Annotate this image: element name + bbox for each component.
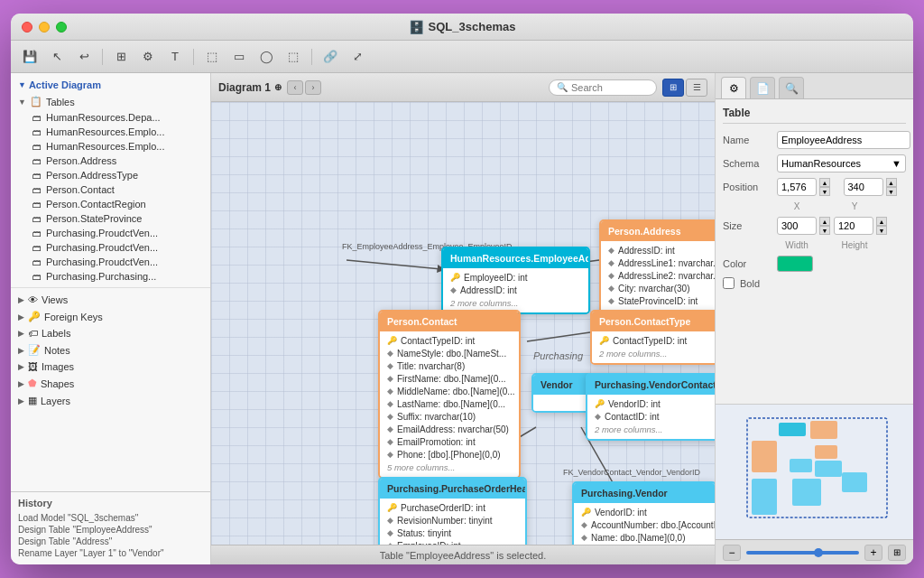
table-row: ◆Phone: [dbo].[Phone](0,0) xyxy=(380,448,519,461)
zoom-controls: − + ⊞ xyxy=(716,539,913,564)
sidebar-fk-group[interactable]: ▶ 🔑 Foreign Keys xyxy=(11,308,210,325)
sidebar-item-purch-2[interactable]: 🗃 Purchasing.ProudctVen... xyxy=(11,240,210,255)
table-button[interactable]: ⊞ xyxy=(109,46,133,68)
pos-y-stepper[interactable]: ▲ ▼ xyxy=(886,178,897,196)
pos-x-down-icon[interactable]: ▼ xyxy=(819,187,830,196)
sidebar-item-purch-1[interactable]: 🗃 Purchasing.ProudctVen... xyxy=(11,226,210,240)
maximize-button[interactable] xyxy=(56,22,67,33)
bold-checkbox[interactable] xyxy=(723,277,735,289)
size-height-stepper[interactable]: ▲ ▼ xyxy=(876,217,887,235)
size-height-input[interactable] xyxy=(834,217,873,235)
table-body-person-contacttype: 🔑ContactTypeID: int 2 more columns... xyxy=(592,331,715,363)
window-title: 🗄️ SQL_3schemas xyxy=(409,20,516,34)
table-row: 🔑VendorID: int xyxy=(587,397,715,410)
size-width-stepper[interactable]: ▲ ▼ xyxy=(819,217,830,235)
zoom-slider-thumb[interactable] xyxy=(814,548,823,557)
sidebar-item-person-stateprovince[interactable]: 🗃 Person.StateProvince xyxy=(11,211,210,226)
sidebar-item-person-addresstype[interactable]: 🗃 Person.AddressType xyxy=(11,168,210,182)
fit-grid-button[interactable]: ⊞ xyxy=(888,545,906,561)
table-purchasing-vendor[interactable]: Purchasing.Vendor 🔑VendorID: int ◆Accoun… xyxy=(572,481,715,545)
table-purchase-order-header[interactable]: Purchasing.PurchaseOrderHeader 🔑Purchase… xyxy=(378,477,527,545)
table-icon: 🗃 xyxy=(32,228,42,238)
zoom-slider[interactable] xyxy=(746,551,859,555)
diamond-icon: ◆ xyxy=(387,450,393,459)
right-tab-3[interactable]: 🔍 xyxy=(779,77,804,98)
text-button[interactable]: T xyxy=(163,46,187,68)
sidebar-item-hr-empl-1[interactable]: 🗃 HumanResources.Emplo... xyxy=(11,125,210,139)
size-width-input[interactable] xyxy=(777,217,817,235)
pos-x-up-icon[interactable]: ▲ xyxy=(819,178,830,187)
svg-rect-14 xyxy=(815,445,837,459)
diamond-icon: ◆ xyxy=(387,399,393,408)
table-person-contact[interactable]: Person.Contact 🔑ContactTypeID: int ◆Name… xyxy=(378,310,521,479)
next-diagram-button[interactable]: › xyxy=(305,80,321,95)
pos-x-field: ▲ ▼ xyxy=(777,178,840,196)
table-row: ◆LastName: dbo.[Name](0... xyxy=(380,397,519,410)
mini-map-svg xyxy=(725,414,905,531)
shape-button-4[interactable]: ⬚ xyxy=(282,46,305,68)
size-w-down-icon[interactable]: ▼ xyxy=(819,226,830,235)
images-icon: 🖼 xyxy=(28,361,38,372)
search-input[interactable] xyxy=(571,82,652,93)
zoom-out-button[interactable]: − xyxy=(723,545,741,561)
sidebar-content: ▼ Active Diagram ▼ 📋 Tables 🗃 HumanResou… xyxy=(11,73,210,491)
pos-y-down-icon[interactable]: ▼ xyxy=(886,187,897,196)
sidebar-item-person-contact[interactable]: 🗃 Person.Contact xyxy=(11,182,210,197)
color-swatch[interactable] xyxy=(777,256,813,272)
bold-label[interactable]: Bold xyxy=(740,278,760,289)
shape-button-3[interactable]: ◯ xyxy=(254,46,278,68)
save-button[interactable]: 💾 xyxy=(18,46,42,68)
right-tab-2[interactable]: 📄 xyxy=(750,77,775,98)
sidebar-images-group[interactable]: ▶ 🖼 Images xyxy=(11,359,210,375)
diagram-title-icon: ⊕ xyxy=(274,82,282,92)
separator-1 xyxy=(102,49,103,65)
sidebar-active-diagram[interactable]: ▼ Active Diagram xyxy=(11,77,210,93)
sidebar-item-hr-empl-2[interactable]: 🗃 HumanResources.Emplo... xyxy=(11,139,210,154)
sidebar-notes-group[interactable]: ▶ 📝 Notes xyxy=(11,341,210,359)
zoom-in-button[interactable]: + xyxy=(864,545,882,561)
shape-button-1[interactable]: ⬚ xyxy=(200,46,224,68)
expand-button[interactable]: ⤢ xyxy=(346,46,369,68)
labels-label: Labels xyxy=(42,328,70,339)
sidebar-shapes-group[interactable]: ▶ ⬟ Shapes xyxy=(11,375,210,392)
table-row: ◆EmailAddress: nvarchar(50) xyxy=(380,423,519,435)
sidebar-item-purch-3[interactable]: 🗃 Purchasing.ProudctVen... xyxy=(11,255,210,269)
list-view-button[interactable]: ☰ xyxy=(686,79,707,97)
table-vendor-contact[interactable]: Purchasing.VendorContact 🔑VendorID: int … xyxy=(586,373,715,441)
cursor-button[interactable]: ↖ xyxy=(45,46,69,68)
prop-input-name[interactable] xyxy=(777,131,910,149)
canvas[interactable]: FK_EmployeeAddress_Employee_EmployeeID F… xyxy=(211,102,715,545)
table-header-vendor-contact: Purchasing.VendorContact xyxy=(587,375,715,395)
sidebar-labels-group[interactable]: ▶ 🏷 Labels xyxy=(11,325,210,341)
size-w-up-icon[interactable]: ▲ xyxy=(819,217,830,226)
table-header-person-contact: Person.Contact xyxy=(380,312,519,331)
diamond-icon: ◆ xyxy=(387,349,393,358)
size-h-up-icon[interactable]: ▲ xyxy=(876,217,887,226)
table-header-employee-address: HumanResources.EmployeeAddress xyxy=(443,248,588,268)
sidebar-item-person-contactregion[interactable]: 🗃 Person.ContactRegion xyxy=(11,197,210,211)
link-button[interactable]: 🔗 xyxy=(319,46,342,68)
settings-button[interactable]: ⚙ xyxy=(136,46,160,68)
table-person-contacttype[interactable]: Person.ContactType 🔑ContactTypeID: int 2… xyxy=(590,310,715,365)
close-button[interactable] xyxy=(22,22,32,33)
table-employee-address[interactable]: HumanResources.EmployeeAddress 🔑Employee… xyxy=(441,247,590,314)
sidebar-item-purch-4[interactable]: 🗃 Purchasing.Purchasing... xyxy=(11,269,210,284)
shape-button-2[interactable]: ▭ xyxy=(227,46,251,68)
undo-button[interactable]: ↩ xyxy=(72,46,96,68)
sidebar-item-hr-dept[interactable]: 🗃 HumanResources.Depa... xyxy=(11,110,210,125)
prop-dropdown-schema[interactable]: HumanResources ▼ xyxy=(777,154,906,172)
prev-diagram-button[interactable]: ‹ xyxy=(287,80,303,95)
grid-view-button[interactable]: ⊞ xyxy=(662,79,684,97)
sidebar-views-group[interactable]: ▶ 👁 Views xyxy=(11,292,210,308)
pos-x-input[interactable] xyxy=(777,178,817,196)
right-tab-properties[interactable]: ⚙ xyxy=(721,77,746,98)
sidebar-layers-group[interactable]: ▶ ▦ Layers xyxy=(11,392,210,409)
pos-y-input[interactable] xyxy=(844,178,883,196)
sidebar-tables-group[interactable]: ▼ 📋 Tables xyxy=(11,93,210,110)
pos-x-stepper[interactable]: ▲ ▼ xyxy=(819,178,830,196)
minimize-button[interactable] xyxy=(39,22,50,33)
fk-label-4: FK_VendorContact_Vendor_VendorID xyxy=(563,468,700,477)
sidebar-item-person-address[interactable]: 🗃 Person.Address xyxy=(11,154,210,168)
pos-y-up-icon[interactable]: ▲ xyxy=(886,178,897,187)
size-h-down-icon[interactable]: ▼ xyxy=(876,226,887,235)
